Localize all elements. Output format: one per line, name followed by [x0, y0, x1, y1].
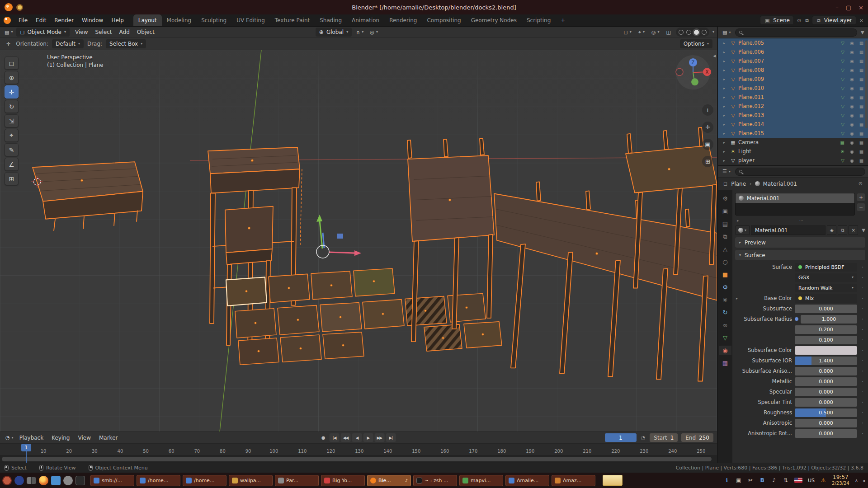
outliner-row[interactable]: ▸ ▽ Plane.013 ▽ ◉ ▦ [718, 111, 868, 120]
decorator-dot[interactable] [860, 305, 865, 312]
launcher-menu-icon[interactable] [2, 476, 12, 485]
decorator-dot[interactable] [860, 326, 865, 333]
outliner-row[interactable]: ▸ ▽ Plane.006 ▽ ◉ ▦ [718, 47, 868, 56]
hide-viewport-icon[interactable]: ◉ [848, 41, 856, 46]
launcher-firefox-icon[interactable] [39, 476, 48, 485]
hide-viewport-icon[interactable]: ◉ [848, 104, 856, 109]
decorator-dot[interactable] [860, 378, 865, 385]
decorator-dot[interactable] [860, 264, 865, 271]
disable-render-icon[interactable]: ▦ [858, 140, 865, 145]
radius-x-field[interactable]: 1.000 [801, 315, 857, 324]
material-name-field[interactable]: Material.001 [751, 225, 826, 235]
orientation-dropdown[interactable]: Default ▾ [52, 39, 84, 48]
viewport-3d[interactable]: Z X User Perspective (1) Collection | Pl… [0, 50, 717, 432]
expand-icon[interactable]: ▸ [723, 122, 728, 127]
workspace-tab[interactable]: Compositing [422, 14, 466, 26]
decorator-dot[interactable] [860, 420, 865, 427]
workspace-tab[interactable]: Modeling [162, 14, 197, 26]
tab-scene[interactable]: △ [719, 244, 731, 254]
workspace-tab[interactable]: Sculpting [196, 14, 231, 26]
disable-render-icon[interactable]: ▦ [858, 59, 865, 64]
shading-solid-button[interactable] [686, 30, 691, 35]
expand-icon[interactable]: ▸ [723, 104, 728, 108]
shading-material-button[interactable] [694, 30, 699, 35]
drag-dropdown[interactable]: Select Box ▾ [106, 39, 146, 48]
options-dropdown[interactable]: Options ▾ [680, 39, 712, 48]
decorator-dot[interactable] [860, 295, 865, 302]
surface-shader-dropdown[interactable]: Principled BSDF [795, 263, 857, 272]
outliner-row[interactable]: ▸ ▽ Plane.007 ▽ ◉ ▦ [718, 56, 868, 66]
current-frame-field[interactable]: 1 [605, 433, 637, 442]
task-button[interactable]: wallpa... [229, 475, 273, 486]
updates-tray-icon[interactable]: ⚠ [820, 477, 826, 483]
distribution-dropdown[interactable]: GGX ▾ [795, 273, 857, 282]
disable-render-icon[interactable]: ▦ [858, 77, 865, 82]
properties-search-input[interactable] [735, 168, 865, 176]
outliner-row[interactable]: ▸ ☀ Light ☀ ◉ ▦ [718, 147, 868, 156]
new-material-button[interactable]: ⧉ [838, 225, 847, 235]
new-scene-icon[interactable]: ⧉ [804, 18, 810, 23]
tool-move[interactable]: ✛ [5, 85, 19, 99]
fake-user-button[interactable]: ◈ [827, 225, 836, 235]
viewport-menu[interactable]: Add [116, 29, 133, 35]
outliner-row[interactable]: ▸ ▽ Plane.005 ▽ ◉ ▦ [718, 38, 868, 47]
outliner-row[interactable]: ▸ ▽ Plane.015 ▽ ◉ ▦ [718, 129, 868, 138]
topbar-menu[interactable]: Window [78, 14, 107, 26]
decorator-dot[interactable] [860, 357, 865, 364]
preview-panel-header[interactable]: ▸ Preview [735, 237, 865, 248]
editor-type-button[interactable]: ▤▾ [3, 28, 14, 37]
xray-toggle[interactable]: ◫ [665, 28, 673, 37]
decorator-dot[interactable] [860, 347, 865, 354]
topbar-menu[interactable]: Help [107, 14, 127, 26]
frame-end-field[interactable]: End 250 [681, 433, 713, 442]
outliner-row[interactable]: ▸ ▦ Camera ▦ ◉ ▦ [718, 138, 868, 147]
task-button[interactable]: /home... [137, 475, 180, 486]
launcher-fedora-icon[interactable] [14, 476, 24, 485]
clipboard-tray-icon[interactable]: ▣ [736, 477, 742, 483]
topbar-menu[interactable]: Edit [32, 14, 50, 26]
proportional-edit-dropdown[interactable]: ◎▾ [368, 28, 380, 37]
scissors-tray-icon[interactable]: ✂ [747, 477, 754, 483]
transform-orientation-dropdown[interactable]: ⊕ Global ▾ [316, 28, 352, 37]
info-tray-icon[interactable]: ℹ [724, 477, 730, 483]
outliner-row[interactable]: ▸ ▽ player ▽ ◉ ▦ [718, 156, 868, 165]
expand-icon[interactable]: ▸ [723, 59, 728, 63]
task-button[interactable]: ~ : zsh ... [413, 475, 457, 486]
expand-icon[interactable]: ▸ [736, 296, 738, 300]
keyboard-flag-icon[interactable] [794, 478, 802, 483]
outliner-row[interactable]: ▸ ▽ Plane.011 ▽ ◉ ▦ [718, 93, 868, 102]
tool-scale[interactable]: ⇲ [5, 114, 19, 127]
outliner-row[interactable]: ▸ ▽ Plane.010 ▽ ◉ ▦ [718, 84, 868, 93]
snap-dropdown[interactable]: ∩▾ [354, 28, 365, 37]
metallic-slider[interactable]: 0.000 [795, 377, 857, 386]
blender-menu-icon[interactable] [4, 17, 11, 24]
specular-tint-slider[interactable]: 0.000 [795, 398, 857, 407]
volume-tray-icon[interactable]: ♪ [771, 477, 777, 483]
workspace-tab[interactable]: Layout [133, 14, 162, 26]
hide-viewport-icon[interactable]: ◉ [848, 131, 856, 136]
expand-icon[interactable]: ▸ [723, 41, 728, 45]
subsurface-color-swatch[interactable] [795, 346, 857, 355]
viewlayer-selector[interactable]: ⧉ ViewLayer [812, 16, 856, 25]
gizmos-dropdown[interactable]: ⌖▾ [637, 28, 646, 37]
tool-add-cube[interactable]: ⊞ [5, 172, 19, 185]
material-slot-row[interactable]: Material.001 [736, 193, 854, 203]
grip-icon[interactable]: ⋯ [799, 218, 803, 223]
shading-rendered-button[interactable] [702, 30, 707, 35]
outliner-search-input[interactable] [735, 28, 857, 37]
decorator-dot[interactable] [860, 316, 865, 323]
decorator-dot[interactable] [860, 409, 865, 416]
ortho-toggle-icon[interactable]: ⊞ [702, 156, 713, 167]
disable-render-icon[interactable]: ▦ [858, 104, 865, 109]
outliner-row[interactable]: ▸ ▽ Plane.012 ▽ ◉ ▦ [718, 102, 868, 111]
outliner-row[interactable]: ▸ ▽ Plane.009 ▽ ◉ ▦ [718, 75, 868, 84]
maximize-button[interactable]: ▢ [846, 4, 851, 11]
auto-key-toggle[interactable]: ● [321, 435, 326, 440]
task-button[interactable]: /home... [183, 475, 226, 486]
tool-measure[interactable]: ∠ [5, 158, 19, 171]
filter-icon[interactable]: ▼ [860, 29, 865, 35]
add-slot-button[interactable]: + [857, 193, 865, 202]
mode-dropdown[interactable]: ◻ Object Mode ▾ [16, 28, 70, 37]
hide-viewport-icon[interactable]: ◉ [848, 95, 856, 100]
sidebar-collapse-arrow[interactable]: ◂ [713, 53, 716, 59]
